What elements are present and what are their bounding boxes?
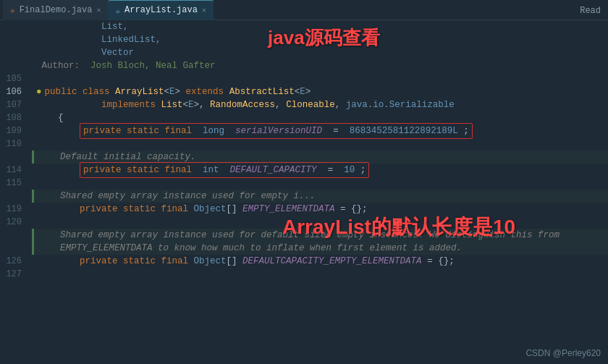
tab-arraylist[interactable]: ☕ ArrayList.java ✕ (108, 0, 213, 20)
code-line-110 (32, 137, 608, 151)
arraylist-default-length-title: ArrayList的默认长度是10 (282, 213, 515, 241)
line-num-comment1 (0, 151, 26, 164)
line-num-119: 119 (0, 203, 26, 216)
code-line-127 (32, 268, 608, 281)
line-num-120: 120 (0, 216, 26, 229)
code-line-comment-shared-default2: EMPTY_ELEMENTDATA to know how much to in… (32, 242, 608, 255)
line-num-107: 107 (0, 98, 26, 111)
tab-finaldemo-label: FinalDemo.java (20, 5, 93, 15)
line-num-127: 127 (0, 268, 26, 281)
class-run-icon: ● (36, 85, 42, 98)
tab-bar: ☕ FinalDemo.java ✕ ☕ ArrayList.java ✕ Re… (0, 0, 608, 20)
tab-finaldemo[interactable]: ☕ FinalDemo.java ✕ (3, 0, 108, 20)
line-num-106: 106 (0, 85, 26, 98)
arraylist-file-icon: ☕ (115, 6, 120, 15)
line-num-comment3 (0, 229, 26, 242)
code-line-114: private static final int DEFAULT_CAPACIT… (32, 164, 608, 177)
tab-arraylist-close[interactable]: ✕ (202, 6, 206, 14)
line-num-109: 109 (0, 124, 26, 137)
line-num-115: 115 (0, 177, 26, 190)
editor-container: ☕ FinalDemo.java ✕ ☕ ArrayList.java ✕ Re… (0, 0, 608, 364)
code-line-author: Author: Josh Bloch, Neal Gafter (32, 59, 608, 72)
line-num-105: 105 (0, 72, 26, 85)
read-only-label: Read (580, 6, 601, 16)
line-num-110: 110 (0, 137, 26, 151)
line-num-blank4 (0, 59, 26, 72)
line-numbers: 105 106 107 108 109 110 114 115 119 120 … (0, 20, 32, 364)
code-line-107: implements List < E >, RandomAccess , Cl… (32, 98, 608, 111)
java-source-title: java源码查看 (268, 25, 380, 51)
tab-finaldemo-close[interactable]: ✕ (96, 6, 101, 14)
line-num-108: 108 (0, 111, 26, 124)
code-area: 105 106 107 108 109 110 114 115 119 120 … (0, 20, 608, 364)
code-content: List, LinkedList, Vector Author: Josh Bl… (32, 20, 608, 364)
code-line-105 (32, 72, 608, 85)
code-line-115 (32, 177, 608, 190)
code-line-126: private static final Object [] DEFAULTCA… (32, 255, 608, 268)
code-line-106: ● public class ArrayList < E > extends A… (32, 85, 608, 98)
code-line-comment-shared-empty: Shared empty array instance used for emp… (32, 190, 608, 203)
serial-version-uid-box: private static final long serialVersionU… (80, 123, 473, 139)
csdn-watermark: CSDN @Perley620 (525, 348, 601, 358)
line-num-blank3 (0, 46, 26, 59)
tab-arraylist-label: ArrayList.java (124, 5, 198, 15)
line-num-126: 126 (0, 255, 26, 268)
default-capacity-box: private static final int DEFAULT_CAPACIT… (80, 162, 369, 178)
line-num-blank1 (0, 20, 26, 33)
java-file-icon: ☕ (10, 5, 15, 14)
line-num-blank2 (0, 33, 26, 46)
line-num-comment4 (0, 242, 26, 255)
line-num-comment2 (0, 190, 26, 203)
line-num-114: 114 (0, 164, 26, 177)
code-line-109: private static final long serialVersionU… (32, 124, 608, 137)
